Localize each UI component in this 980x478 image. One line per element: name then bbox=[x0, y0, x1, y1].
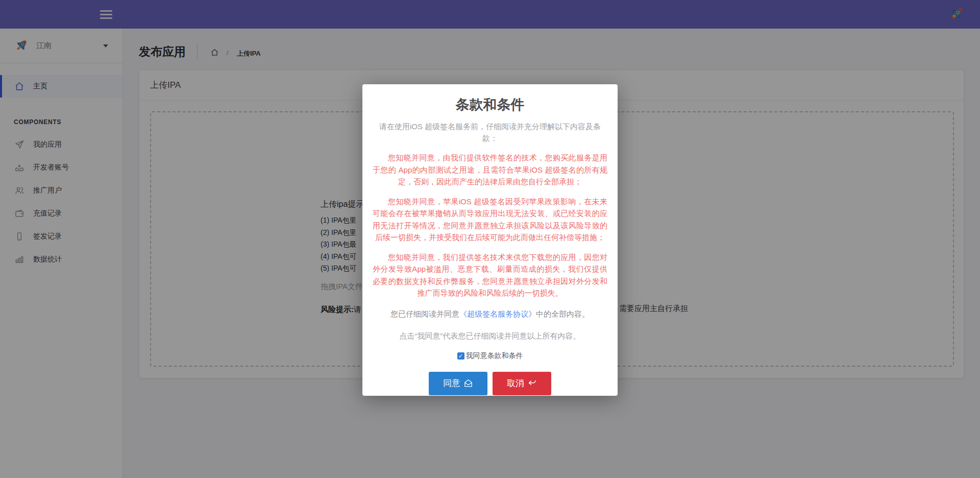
checkbox-label: 我同意条款和条件 bbox=[466, 351, 523, 361]
agree-button[interactable]: 同意 bbox=[429, 372, 487, 395]
click-agree-notice: 点击“我同意”代表您已仔细阅读并同意以上所有内容。 bbox=[373, 331, 607, 341]
modal-intro: 请在使用iOS 超级签名服务前，仔细阅读并充分理解以下内容及条款： bbox=[373, 121, 607, 144]
terms-paragraph-3: 您知晓并同意，我们提供签名技术来供您下载您的应用，因您对外分发导致App被滥用、… bbox=[373, 251, 607, 299]
service-agreement-link[interactable]: 《超级签名服务协议》 bbox=[459, 309, 536, 318]
modal-title: 条款和条件 bbox=[373, 95, 607, 114]
agree-checkbox-row[interactable]: ✓ 我同意条款和条件 bbox=[373, 351, 607, 361]
terms-paragraph-2: 您知晓并同意，苹果iOS 超级签名因受到苹果政策影响，在未来可能会存在被苹果撤销… bbox=[373, 196, 607, 244]
envelope-open-icon bbox=[463, 378, 473, 388]
undo-arrow-icon bbox=[527, 378, 537, 388]
cancel-button[interactable]: 取消 bbox=[493, 372, 551, 395]
terms-modal: 条款和条件 请在使用iOS 超级签名服务前，仔细阅读并充分理解以下内容及条款： … bbox=[362, 84, 618, 396]
checkbox-checked-icon[interactable]: ✓ bbox=[457, 352, 464, 360]
agreement-line: 您已仔细阅读并同意《超级签名服务协议》中的全部内容。 bbox=[373, 308, 607, 320]
terms-paragraph-1: 您知晓并同意，由我们提供软件签名的技术，您购买此服务是用于您的 App的内部测试… bbox=[373, 152, 607, 188]
